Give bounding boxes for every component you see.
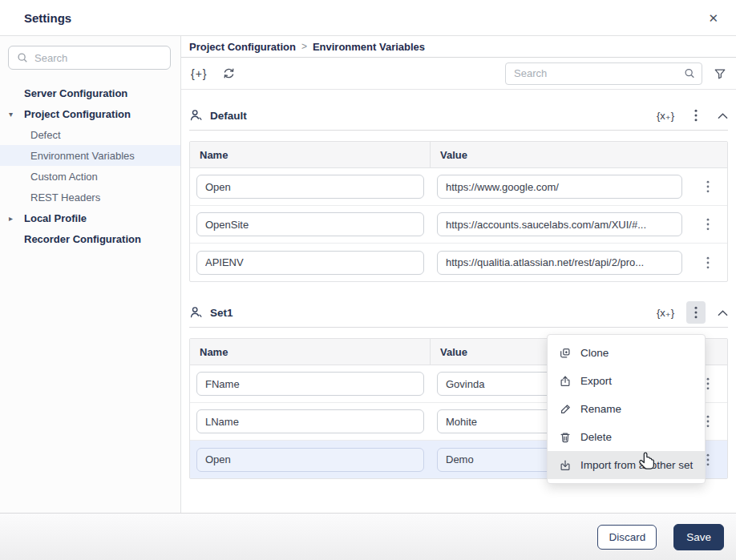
section-title: Set1 <box>210 307 233 319</box>
sidebar-item-label: Environment Variables <box>30 150 135 162</box>
variables-search[interactable] <box>505 62 702 85</box>
chevron-down-icon: ▾ <box>9 110 13 119</box>
variable-name-input[interactable] <box>196 251 424 275</box>
section-kebab-icon-active[interactable] <box>686 301 706 324</box>
rename-icon <box>559 403 572 416</box>
discard-button[interactable]: Discard <box>597 525 657 550</box>
sidebar-search-input[interactable] <box>34 52 162 64</box>
breadcrumb: Project Configuration > Environment Vari… <box>181 36 736 58</box>
column-header-actions <box>689 142 727 167</box>
table-header: Name Value <box>190 142 727 168</box>
dialog-body: Server Configuration ▾Project Configurat… <box>0 36 736 513</box>
column-header-value: Value <box>431 142 689 167</box>
table-row <box>190 168 727 206</box>
variable-set-icon <box>189 305 204 320</box>
menu-item-rename[interactable]: Rename <box>548 395 705 423</box>
section-title: Default <box>210 110 247 122</box>
toolbar: {+} <box>181 58 736 90</box>
section-actions: {x₊} <box>657 301 728 324</box>
breadcrumb-parent[interactable]: Project Configuration <box>189 41 296 53</box>
breadcrumb-current: Environment Variables <box>313 41 425 53</box>
dialog-title: Settings <box>24 11 71 25</box>
dialog-footer: Discard Save <box>0 513 736 560</box>
sidebar-item-label: Server Configuration <box>24 87 127 99</box>
variable-value-input[interactable] <box>437 175 682 199</box>
variable-name-input[interactable] <box>196 212 424 236</box>
clone-icon <box>559 347 572 360</box>
menu-item-clone[interactable]: Clone <box>548 339 705 367</box>
column-header-name: Name <box>190 142 431 167</box>
add-variable-button[interactable]: {x₊} <box>657 307 674 319</box>
sidebar-item-project-configuration[interactable]: ▾Project Configuration <box>0 103 180 124</box>
sidebar-item-environment-variables[interactable]: Environment Variables <box>0 145 180 166</box>
search-icon <box>684 67 695 79</box>
sidebar-item-rest-headers[interactable]: REST Headers <box>0 187 180 207</box>
table-row <box>190 244 727 281</box>
variables-search-input[interactable] <box>514 67 684 79</box>
import-icon <box>559 459 572 472</box>
column-header-name: Name <box>190 339 431 365</box>
row-kebab-icon[interactable] <box>703 215 713 234</box>
save-button[interactable]: Save <box>673 524 724 550</box>
section-header-default: Default {x₊} <box>189 101 728 131</box>
menu-item-import-from-another-set[interactable]: Import from another set <box>548 451 705 479</box>
set-context-menu: Clone Export Rename Delete Import from a… <box>547 334 706 484</box>
dialog-header: Settings ✕ <box>0 0 736 36</box>
row-kebab-icon[interactable] <box>703 253 713 272</box>
collapse-chevron-icon[interactable] <box>718 309 728 316</box>
variable-set-icon <box>189 108 204 123</box>
main-panel: Project Configuration > Environment Vari… <box>181 36 736 513</box>
settings-dialog: Settings ✕ Server Configuration ▾Project… <box>0 0 736 560</box>
sidebar-item-label: REST Headers <box>30 191 100 203</box>
search-icon <box>17 52 28 63</box>
table-row <box>190 206 727 244</box>
variable-name-input[interactable] <box>196 372 424 396</box>
menu-item-label: Delete <box>580 431 612 443</box>
menu-item-label: Rename <box>580 403 621 415</box>
menu-item-label: Clone <box>580 347 609 359</box>
sidebar-item-local-profile[interactable]: ▸Local Profile <box>0 207 180 228</box>
collapse-chevron-icon[interactable] <box>718 112 728 119</box>
menu-item-delete[interactable]: Delete <box>548 423 705 451</box>
variable-value-input[interactable] <box>437 212 682 236</box>
menu-item-label: Import from another set <box>580 459 693 471</box>
settings-nav: Server Configuration ▾Project Configurat… <box>0 83 180 249</box>
variable-name-input[interactable] <box>196 409 424 433</box>
sidebar-item-label: Local Profile <box>24 212 87 224</box>
sidebar-item-label: Custom Action <box>30 171 98 183</box>
sidebar-item-label: Recorder Configuration <box>24 233 141 245</box>
sidebar-item-defect[interactable]: Defect <box>0 124 180 145</box>
sidebar-item-recorder-configuration[interactable]: Recorder Configuration <box>0 228 180 249</box>
menu-item-export[interactable]: Export <box>548 367 705 395</box>
breadcrumb-separator: > <box>301 41 307 52</box>
export-icon <box>559 375 572 388</box>
section-kebab-icon[interactable] <box>686 104 706 127</box>
settings-sidebar: Server Configuration ▾Project Configurat… <box>0 36 181 513</box>
sidebar-search[interactable] <box>8 46 171 70</box>
delete-icon <box>559 431 572 444</box>
default-variables-table: Name Value <box>189 141 728 282</box>
variable-value-input[interactable] <box>437 251 682 275</box>
section-actions: {x₊} <box>657 104 728 127</box>
close-icon[interactable]: ✕ <box>705 9 722 27</box>
add-variable-set-button[interactable]: {+} <box>191 67 208 80</box>
section-header-set1: Set1 {x₊} <box>189 298 728 328</box>
sidebar-item-label: Defect <box>30 129 61 141</box>
menu-item-label: Export <box>580 375 612 387</box>
add-variable-button[interactable]: {x₊} <box>657 110 674 122</box>
row-kebab-icon[interactable] <box>703 177 713 196</box>
filter-icon[interactable] <box>714 67 726 80</box>
chevron-right-icon: ▸ <box>9 214 13 223</box>
variable-name-input[interactable] <box>196 448 424 472</box>
refresh-icon[interactable] <box>222 66 236 80</box>
sidebar-item-label: Project Configuration <box>24 108 131 120</box>
variable-name-input[interactable] <box>196 175 424 199</box>
sidebar-item-custom-action[interactable]: Custom Action <box>0 166 180 187</box>
sidebar-item-server-configuration[interactable]: Server Configuration <box>0 83 180 103</box>
